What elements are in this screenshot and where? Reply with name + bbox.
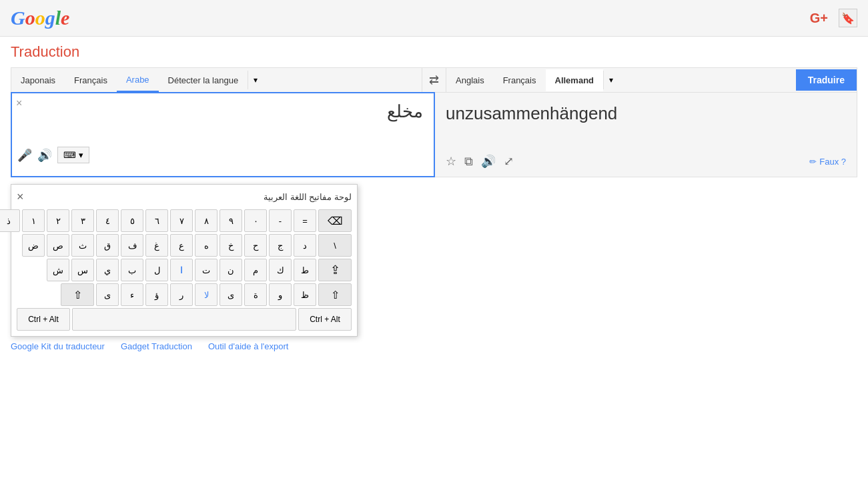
- kb-key-eq[interactable]: =: [294, 209, 316, 232]
- page-title: Traduction: [11, 43, 79, 60]
- lang-btn-japonais[interactable]: Japonais: [11, 69, 65, 91]
- kb-key-qaf[interactable]: ق: [96, 234, 119, 257]
- kb-key-7[interactable]: ٧: [170, 209, 193, 232]
- keyboard-close-btn[interactable]: ×: [17, 190, 24, 204]
- kb-ctrl-left[interactable]: Ctrl + Alt: [17, 308, 70, 331]
- kb-key-5[interactable]: ٥: [121, 209, 143, 232]
- kb-key-ya3[interactable]: ى: [96, 283, 119, 306]
- target-audio-button[interactable]: 🔊: [481, 154, 496, 169]
- kb-key-dal[interactable]: د: [294, 234, 316, 257]
- kb-key-ghain[interactable]: غ: [145, 234, 168, 257]
- kb-key-ba[interactable]: ب: [121, 259, 143, 281]
- kb-key-4[interactable]: ٤: [96, 209, 119, 232]
- logo-l: l: [55, 7, 61, 29]
- logo-g2: g: [45, 7, 55, 29]
- source-audio-button[interactable]: 🔊: [37, 148, 52, 163]
- bookmark-button[interactable]: 🔖: [839, 9, 857, 27]
- kb-key-dash[interactable]: -: [269, 209, 292, 232]
- share-button[interactable]: ⤢: [504, 154, 514, 169]
- mic-button[interactable]: 🎤: [17, 148, 32, 163]
- kb-shift-left[interactable]: ⇧: [61, 283, 94, 306]
- kb-key-sheen[interactable]: ش: [47, 259, 69, 281]
- source-text: مخلع: [17, 99, 428, 139]
- kb-key-dad[interactable]: ض: [22, 234, 45, 257]
- swap-button[interactable]: ⇄: [422, 68, 446, 92]
- kb-key-1[interactable]: ١: [22, 209, 45, 232]
- translate-button[interactable]: Traduire: [796, 69, 857, 91]
- keyboard-row-4: ⇧ ظ و ة ى لا ر ؤ ء ى ⇧: [17, 283, 352, 306]
- kb-key-seen[interactable]: س: [71, 259, 94, 281]
- kb-key-zain[interactable]: ظ: [294, 283, 316, 306]
- kb-key-lam[interactable]: ل: [145, 259, 168, 281]
- kb-key-ta3[interactable]: ة: [244, 283, 267, 306]
- kb-key-ha[interactable]: ح: [244, 234, 267, 257]
- kb-key-ain[interactable]: ع: [170, 234, 193, 257]
- kb-key-2[interactable]: ٢: [47, 209, 69, 232]
- wrong-pencil-icon: ✏: [809, 157, 817, 167]
- kb-caps-lock[interactable]: ⇪: [318, 259, 352, 281]
- kb-key-hamza[interactable]: ء: [121, 283, 143, 306]
- kb-key-3[interactable]: ٣: [71, 209, 94, 232]
- wrong-button[interactable]: ✏ Faux ?: [809, 157, 846, 167]
- right-lang-bar: Anglais Français Allemand ▾ Traduire: [446, 67, 857, 92]
- detect-lang-btn[interactable]: Détecter la langue: [159, 69, 248, 91]
- kb-key-waw[interactable]: و: [269, 283, 292, 306]
- source-lang-dropdown[interactable]: ▾: [248, 71, 263, 89]
- kb-key-alef[interactable]: ا: [170, 259, 193, 281]
- kb-key-jeem[interactable]: ج: [269, 234, 292, 257]
- source-panel: × مخلع 🎤 🔊 ⌨ ▾: [11, 92, 435, 177]
- kb-key-ya[interactable]: ي: [96, 259, 119, 281]
- kb-key-9[interactable]: ٩: [220, 209, 242, 232]
- panels: × مخلع 🎤 🔊 ⌨ ▾ unzusammenhängend ☆ ⧉ 🔊 ⤢…: [11, 92, 857, 177]
- copy-button[interactable]: ⧉: [464, 155, 473, 169]
- kb-key-ha2[interactable]: ه: [195, 234, 218, 257]
- kb-key-ra[interactable]: ر: [170, 283, 193, 306]
- kb-key-6[interactable]: ٦: [145, 209, 168, 232]
- kb-key-ta2[interactable]: ت: [195, 259, 218, 281]
- kb-key-meem[interactable]: م: [244, 259, 267, 281]
- footer-link-kit[interactable]: Google Kit du traducteur: [11, 341, 105, 351]
- lang-btn-arabe[interactable]: Arabe: [117, 69, 159, 92]
- kb-key-sad[interactable]: ص: [47, 234, 69, 257]
- kb-ctrl-right[interactable]: Ctrl + Alt: [298, 308, 352, 331]
- keyboard-row-5: Ctrl + Alt Ctrl + Alt: [17, 308, 352, 331]
- kb-key-kha[interactable]: خ: [220, 234, 242, 257]
- lang-btn-allemand[interactable]: Allemand: [546, 69, 604, 91]
- keyboard-row-3: ⇪ ط ك م ن ت ا ل ب ي س ش: [17, 259, 352, 281]
- kb-space[interactable]: [72, 308, 296, 331]
- footer-link-gadget[interactable]: Gadget Traduction: [121, 341, 192, 351]
- footer-link-export[interactable]: Outil d'aide à l'export: [208, 341, 289, 351]
- kb-key-lamalef[interactable]: لا: [195, 283, 218, 306]
- kb-key-0[interactable]: ٠: [244, 209, 267, 232]
- kb-key-backslash[interactable]: \: [318, 234, 352, 257]
- kb-key-tha[interactable]: ث: [71, 234, 94, 257]
- page-title-container: Traduction: [0, 37, 868, 67]
- kb-key-backspace[interactable]: ⌫: [318, 209, 352, 232]
- target-lang-dropdown[interactable]: ▾: [603, 71, 618, 89]
- arabic-keyboard: لوحة مفاتيح اللغة العربية × ⌫ = - ٠ ٩ ٨ …: [11, 184, 358, 337]
- kb-key-dhad[interactable]: ذ: [0, 209, 20, 232]
- kb-key-ya2[interactable]: ى: [220, 283, 242, 306]
- lang-btn-francais[interactable]: Français: [65, 69, 117, 91]
- wrong-label: Faux ?: [819, 157, 846, 167]
- keyboard-header: لوحة مفاتيح اللغة العربية ×: [17, 190, 352, 204]
- kb-key-waw2[interactable]: ؤ: [145, 283, 168, 306]
- kb-key-nun[interactable]: ن: [220, 259, 242, 281]
- kb-key-8[interactable]: ٨: [195, 209, 218, 232]
- gplus-label[interactable]: G+: [810, 11, 828, 26]
- left-lang-bar: Japonais Français Arabe Détecter la lang…: [11, 67, 422, 92]
- translator-header: Japonais Français Arabe Détecter la lang…: [11, 67, 857, 92]
- logo-o2: o: [35, 7, 45, 29]
- logo-e: e: [61, 7, 69, 29]
- clear-button[interactable]: ×: [16, 97, 22, 109]
- star-button[interactable]: ☆: [446, 154, 456, 169]
- lang-btn-anglais[interactable]: Anglais: [446, 69, 494, 91]
- header: Google G+ 🔖: [0, 0, 868, 37]
- kb-key-kaf[interactable]: ك: [269, 259, 292, 281]
- target-text: unzusammenhängend: [440, 98, 851, 151]
- kb-key-ta[interactable]: ط: [294, 259, 316, 281]
- kb-shift-right[interactable]: ⇧: [318, 283, 352, 306]
- lang-btn-francais-target[interactable]: Français: [494, 69, 546, 91]
- kb-key-fa[interactable]: ف: [121, 234, 143, 257]
- keyboard-toggle-button[interactable]: ⌨ ▾: [57, 147, 89, 163]
